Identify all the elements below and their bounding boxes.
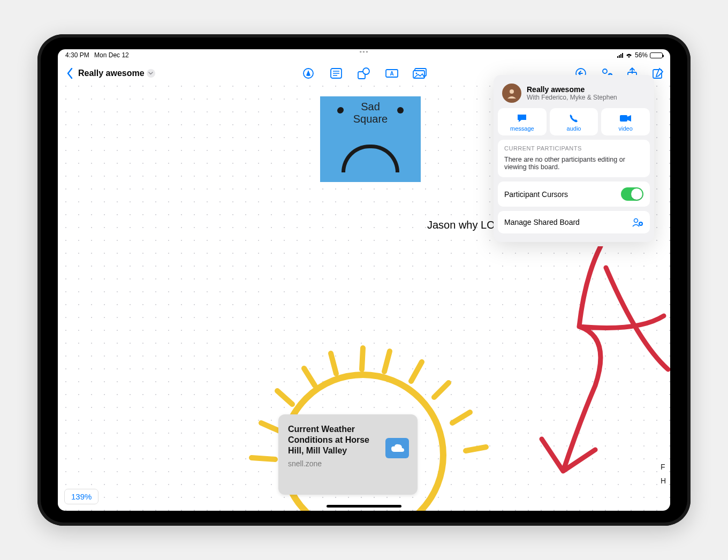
sticky-note-tool-icon[interactable] xyxy=(329,67,343,79)
participant-cursors-row[interactable]: Participant Cursors xyxy=(498,181,650,207)
cropped-text: F H xyxy=(661,463,666,485)
svg-point-31 xyxy=(634,219,638,223)
canvas-text[interactable]: Jason why LOL xyxy=(427,219,501,231)
multitask-dots-icon[interactable]: ●●● xyxy=(359,49,369,54)
sticky-note-sad-square[interactable]: Sad Square xyxy=(320,96,421,182)
share-popover: Really awesome With Federico, Myke & Ste… xyxy=(494,75,654,242)
status-time: 4:30 PM xyxy=(65,51,89,59)
collaborate-icon xyxy=(632,217,643,228)
participants-text: There are no other participants editing … xyxy=(498,154,650,177)
video-icon xyxy=(620,113,632,123)
textbox-tool-icon[interactable]: A xyxy=(385,67,399,79)
svg-line-20 xyxy=(304,368,315,385)
cloud-icon xyxy=(385,438,409,458)
compose-button[interactable] xyxy=(651,67,665,80)
audio-button[interactable]: audio xyxy=(550,108,598,135)
zoom-level[interactable]: 139% xyxy=(64,489,98,504)
red-stroke-drawing xyxy=(531,246,670,511)
link-domain: snell.zone xyxy=(288,459,380,468)
ipad-frame: 4:30 PM Mon Dec 12 ●●● 56% Really awesom… xyxy=(37,34,691,526)
board-menu-chevron-icon[interactable] xyxy=(147,69,155,78)
link-preview-card[interactable]: Current Weather Conditions at Horse Hill… xyxy=(278,414,418,495)
avatar xyxy=(502,84,521,103)
home-indicator[interactable] xyxy=(327,505,401,508)
manage-label: Manage Shared Board xyxy=(504,218,580,226)
svg-point-6 xyxy=(363,68,369,74)
svg-text:A: A xyxy=(390,71,393,77)
svg-line-26 xyxy=(452,412,470,423)
svg-line-21 xyxy=(277,391,292,404)
link-title: Current Weather Conditions at Horse Hill… xyxy=(288,424,380,456)
center-tools: A xyxy=(301,67,427,79)
svg-line-22 xyxy=(261,423,279,431)
phone-icon xyxy=(569,113,579,123)
cursors-toggle[interactable] xyxy=(621,187,643,201)
status-date: Mon Dec 12 xyxy=(94,51,129,59)
svg-line-23 xyxy=(384,351,390,372)
sticky-text-line1: Sad xyxy=(320,101,421,113)
svg-rect-30 xyxy=(620,115,627,122)
message-button[interactable]: message xyxy=(498,108,547,135)
battery-pct: 56% xyxy=(635,51,648,59)
svg-point-29 xyxy=(510,89,514,94)
svg-point-11 xyxy=(416,73,418,74)
cellular-icon xyxy=(617,52,623,58)
svg-line-27 xyxy=(466,447,486,451)
svg-line-28 xyxy=(252,458,275,459)
photo-tool-icon[interactable] xyxy=(413,67,427,79)
board-title[interactable]: Really awesome xyxy=(78,69,145,78)
svg-point-13 xyxy=(603,69,607,73)
video-button[interactable]: video xyxy=(601,108,650,135)
svg-line-18 xyxy=(362,348,363,369)
cursors-label: Participant Cursors xyxy=(504,190,568,199)
popover-title: Really awesome xyxy=(527,85,617,94)
manage-shared-board-row[interactable]: Manage Shared Board xyxy=(498,211,650,233)
back-button[interactable] xyxy=(63,67,77,79)
wifi-icon xyxy=(625,52,633,58)
message-icon xyxy=(517,113,527,123)
svg-line-19 xyxy=(331,353,336,374)
sticky-text-line2: Square xyxy=(320,113,421,125)
svg-line-25 xyxy=(434,383,449,397)
screen: 4:30 PM Mon Dec 12 ●●● 56% Really awesom… xyxy=(58,49,670,511)
pen-tool-icon[interactable] xyxy=(301,67,315,79)
svg-line-24 xyxy=(411,362,422,381)
battery-icon xyxy=(650,52,663,58)
participants-header: CURRENT PARTICIPANTS xyxy=(498,140,650,154)
shapes-tool-icon[interactable] xyxy=(357,67,371,79)
status-bar: 4:30 PM Mon Dec 12 ●●● 56% xyxy=(58,49,670,61)
popover-subtitle: With Federico, Myke & Stephen xyxy=(527,94,617,101)
